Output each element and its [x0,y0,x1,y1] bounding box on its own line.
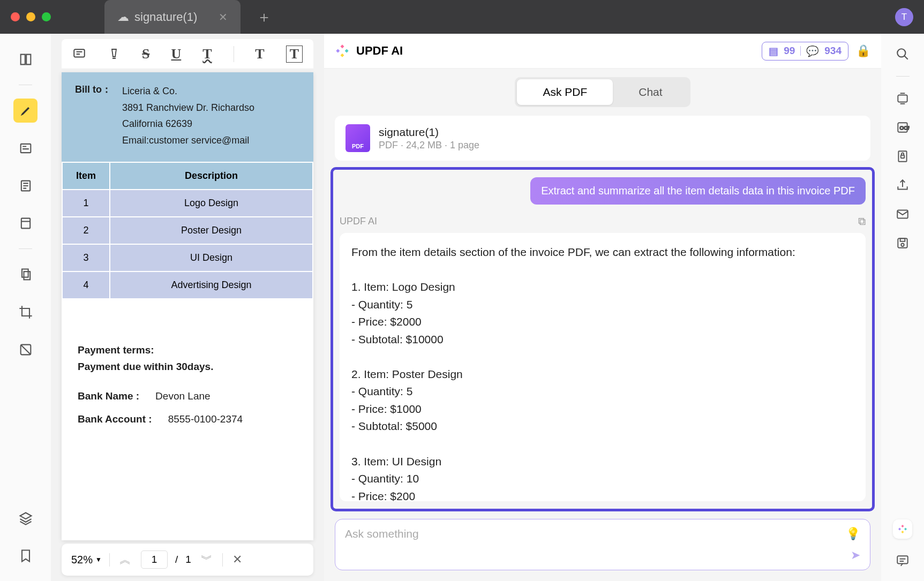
text-tool[interactable]: T [255,46,264,62]
suggestions-icon[interactable]: 💡 [846,527,860,541]
file-meta: PDF · 24,2 MB · 1 page [379,140,479,151]
protect-icon[interactable] [896,149,910,163]
document-tab[interactable]: ☁ signature(1) ✕ [104,0,241,34]
share-icon[interactable] [896,178,910,192]
highlighter-icon[interactable] [13,99,37,123]
chevron-down-icon: ▼ [95,556,102,563]
svg-rect-17 [897,556,908,563]
payment-terms-label: Payment terms: [78,342,297,358]
user-message: Extract and summarize all the item detai… [530,177,866,205]
svg-rect-4 [24,271,30,280]
chat-badge-icon: 💬 [806,45,819,57]
comment-tool-icon[interactable] [72,47,86,61]
svg-point-7 [897,49,905,57]
layers-icon[interactable] [13,506,37,530]
underline-tool[interactable]: U [171,46,181,62]
close-tab-icon[interactable]: ✕ [219,11,228,24]
crop-icon[interactable] [13,300,37,324]
marker-tool-icon[interactable] [108,47,121,61]
tab-title: signature(1) [134,10,197,24]
page-tool-icon[interactable] [13,173,37,198]
page-up-icon[interactable]: ︽ [117,552,133,568]
file-name: signature(1) [379,126,479,139]
ai-panel-title: UPDF AI [356,44,403,58]
send-button[interactable]: ➤ [851,548,860,562]
squiggly-tool[interactable]: T [202,46,212,62]
tab-chat[interactable]: Chat [613,79,688,105]
edit-text-icon[interactable] [13,136,37,160]
window-close[interactable] [11,12,20,21]
redact-icon[interactable] [13,337,37,361]
table-row: 2Poster Design [63,217,312,244]
lock-icon[interactable]: 🔒 [856,44,870,58]
textbox-tool[interactable]: T [286,46,303,63]
bank-account-label: Bank Account : [78,411,152,427]
updf-ai-button[interactable] [893,519,912,539]
invoice-table: ItemDescription 1Logo Design 2Poster Des… [62,162,313,299]
form-tool-icon[interactable] [13,211,37,235]
page-badge-icon: ▤ [769,45,778,57]
document-viewer: S U T T T Bill to： Liceria & Co. [51,34,324,581]
updf-logo-icon [335,43,350,58]
window-maximize[interactable] [42,12,51,21]
bank-account-value: 8555-0100-2374 [168,411,243,427]
chat-input-container: 💡 ➤ [335,519,870,570]
ocr-icon[interactable]: OCR [896,120,910,134]
svg-rect-15 [900,238,905,241]
window-minimize[interactable] [26,12,35,21]
svg-rect-8 [898,95,907,102]
credits-badge[interactable]: ▤ 99 💬 934 [762,42,848,61]
scan-icon[interactable] [896,92,910,105]
file-attachment[interactable]: PDF signature(1) PDF · 24,2 MB · 1 page [335,116,870,161]
page-controls: 52% ▼ ︽ / 1 ︾ ✕ [62,544,313,576]
comment-panel-icon[interactable] [896,554,910,568]
svg-rect-0 [20,144,31,152]
ai-panel: UPDF AI ▤ 99 💬 934 🔒 [324,34,881,581]
user-avatar[interactable]: T [895,8,913,26]
bank-name-label: Bank Name : [78,388,139,404]
strikethrough-tool[interactable]: S [142,46,149,62]
copy-icon[interactable]: ⧉ [858,215,866,228]
table-row: 4Advertising Design [63,272,312,298]
chat-input[interactable] [345,527,846,540]
search-icon[interactable] [896,47,910,61]
bill-to-address: Liceria & Co. 3891 Ranchview Dr. Richard… [122,83,254,148]
bank-name-value: Devon Lane [155,388,210,404]
left-sidebar [0,34,51,581]
close-controls-icon[interactable]: ✕ [230,553,244,567]
table-row: 1Logo Design [63,190,312,216]
organize-icon[interactable] [13,262,37,286]
reader-icon[interactable] [13,47,37,71]
ai-response-text: From the item details section of the inv… [340,233,866,501]
total-pages: 1 [185,554,191,565]
tab-ask-pdf[interactable]: Ask PDF [517,79,613,105]
pdf-file-icon: PDF [345,124,370,152]
page-number-input[interactable] [141,550,168,569]
new-tab-button[interactable]: ＋ [257,7,272,27]
save-icon[interactable] [896,236,910,250]
page-down-icon[interactable]: ︾ [199,552,215,568]
bill-to-label: Bill to： [75,83,111,148]
right-sidebar: OCR [881,34,924,581]
svg-rect-3 [22,269,28,277]
bookmark-icon[interactable] [13,544,37,568]
table-row: 3UI Design [63,245,312,271]
svg-point-16 [901,244,904,246]
svg-rect-2 [21,218,29,228]
ai-response-label: UPDF AI [340,216,377,227]
zoom-dropdown[interactable]: 52% ▼ [71,554,102,566]
svg-rect-6 [74,49,85,57]
email-icon[interactable] [896,207,910,221]
svg-text:OCR: OCR [900,125,910,131]
svg-rect-12 [901,155,905,158]
cloud-icon: ☁ [117,10,129,24]
payment-terms-text: Payment due within 30days. [78,359,297,375]
